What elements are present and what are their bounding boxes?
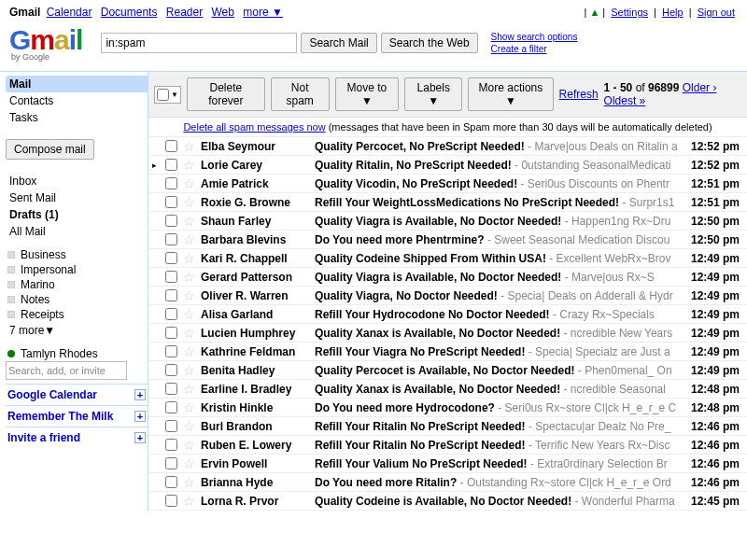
message-row[interactable]: ☆Alisa GarlandRefill Your Hydrocodone No… [148,305,747,324]
move-to-button[interactable]: Move to ▼ [335,77,400,111]
show-search-options-link[interactable]: Show search options [491,32,578,42]
sidebar-label[interactable]: Business [6,247,148,262]
message-checkbox[interactable] [165,233,177,245]
search-input[interactable] [101,33,297,53]
message-row[interactable]: ☆Ervin PowellRefill Your Valium No PreSc… [148,455,747,473]
sidebar-widget[interactable]: Remember The Milk+ [6,405,148,427]
star-icon[interactable]: ☆ [183,139,195,154]
settings-link[interactable]: Settings [611,7,648,18]
nav-documents[interactable]: Documents [101,6,158,19]
message-checkbox[interactable] [165,177,177,189]
message-checkbox[interactable] [165,271,177,283]
message-checkbox[interactable] [165,401,177,413]
star-icon[interactable]: ☆ [183,176,195,191]
message-row[interactable]: ☆Roxie G. BrowneRefill Your WeightLossMe… [148,193,747,212]
message-row[interactable]: ☆Shaun FarleyQuality Viagra is Available… [148,212,747,231]
nav-more[interactable]: more ▼ [243,6,283,19]
message-checkbox[interactable] [165,159,177,171]
chat-contact[interactable]: Tamlyn Rhodes [6,346,148,361]
message-row[interactable]: ☆Earline I. BradleyQuality Xanax is Avai… [148,380,747,399]
sidebar-item-tasks[interactable]: Tasks [6,109,148,126]
sidebar-folder[interactable]: All Mail [6,223,148,240]
star-icon[interactable]: ☆ [183,438,195,453]
sidebar-folder[interactable]: Inbox [6,173,148,189]
oldest-link[interactable]: Oldest » [604,94,646,107]
labels-button[interactable]: Labels ▼ [404,77,462,111]
search-web-button[interactable]: Search the Web [381,33,478,53]
delete-forever-button[interactable]: Delete forever [187,77,265,111]
message-checkbox[interactable] [165,308,177,320]
sidebar-item-mail[interactable]: Mail [6,76,148,92]
star-icon[interactable]: ☆ [183,382,195,397]
message-row[interactable]: ☆Lucien HumphreyQuality Xanax is Availab… [148,324,747,343]
star-icon[interactable]: ☆ [183,270,195,285]
message-checkbox[interactable] [165,476,177,488]
message-checkbox[interactable] [165,439,177,451]
delete-all-spam-link[interactable]: Delete all spam messages now [183,121,325,133]
message-checkbox[interactable] [165,420,177,432]
star-icon[interactable]: ☆ [183,344,195,359]
star-icon[interactable]: ☆ [183,326,195,341]
star-icon[interactable]: ☆ [183,214,195,229]
sidebar-folder[interactable]: Drafts (1) [6,206,148,223]
star-icon[interactable]: ☆ [183,494,195,509]
message-checkbox[interactable] [165,327,177,339]
message-row[interactable]: ▸☆Lorie CareyQuality Ritalin, No PreScri… [148,156,747,175]
signout-link[interactable]: Sign out [698,7,735,18]
message-checkbox[interactable] [165,252,177,264]
sidebar-label[interactable]: Notes [6,292,148,307]
star-icon[interactable]: ☆ [183,232,195,247]
nav-web[interactable]: Web [212,6,234,19]
message-checkbox[interactable] [165,289,177,301]
create-filter-link[interactable]: Create a filter [491,44,547,54]
star-icon[interactable]: ☆ [183,288,195,303]
message-checkbox[interactable] [165,364,177,376]
message-row[interactable]: ☆Burl BrandonRefill Your Ritalin No PreS… [148,417,747,436]
sidebar-folder[interactable]: Sent Mail [6,189,148,206]
nav-reader[interactable]: Reader [166,6,203,19]
star-icon[interactable]: ☆ [183,419,195,434]
sidebar-item-contacts[interactable]: Contacts [6,92,148,109]
nav-calendar[interactable]: Calendar [47,6,92,19]
search-mail-button[interactable]: Search Mail [301,33,376,53]
star-icon[interactable]: ☆ [183,307,195,322]
star-icon[interactable]: ☆ [183,363,195,378]
message-checkbox[interactable] [165,140,177,152]
star-icon[interactable]: ☆ [183,475,195,490]
compose-button[interactable]: Compose mail [6,139,94,160]
sidebar-widget[interactable]: Google Calendar+ [6,384,148,405]
sidebar-label[interactable]: Receipts [6,307,148,322]
refresh-link[interactable]: Refresh [559,88,599,101]
star-icon[interactable]: ☆ [183,400,195,415]
message-row[interactable]: ☆Kari R. ChappellQuality Codeine Shipped… [148,249,747,268]
message-row[interactable]: ☆Gerard PattersonQuality Viagra is Avail… [148,268,747,287]
more-labels[interactable]: 7 more▼ [6,322,148,339]
message-row[interactable]: ☆Benita HadleyQuality Percocet is Availa… [148,361,747,380]
message-row[interactable]: ☆Barbara BlevinsDo You need more Phentrm… [148,231,747,249]
star-icon[interactable]: ☆ [183,456,195,471]
message-row[interactable]: ☆Lorna R. PrvorQuality Codeine is Availa… [148,492,747,511]
star-icon[interactable]: ☆ [183,195,195,210]
message-row[interactable]: ☆Kathrine FeldmanRefill Your Viagra No P… [148,343,747,361]
message-checkbox[interactable] [165,457,177,469]
message-checkbox[interactable] [165,215,177,227]
star-icon[interactable]: ☆ [183,251,195,266]
sidebar-widget[interactable]: Invite a friend+ [6,427,148,448]
sidebar-label[interactable]: Impersonal [6,262,148,277]
message-checkbox[interactable] [165,495,177,507]
message-row[interactable]: ☆Oliver R. WarrenQuality Viagra, No Doct… [148,287,747,305]
sidebar-label[interactable]: Marino [6,277,148,292]
message-row[interactable]: ☆Amie PatrickQuality Vicodin, No PreScri… [148,175,747,193]
star-icon[interactable]: ☆ [183,158,195,173]
not-spam-button[interactable]: Not spam [271,77,330,111]
more-actions-button[interactable]: More actions ▼ [468,77,553,111]
message-checkbox[interactable] [165,383,177,395]
message-row[interactable]: ☆Ruben E. LoweryRefill Your Ritalin No P… [148,436,747,455]
message-row[interactable]: ☆Elba SeymourQuality Percocet, No PreScr… [148,137,747,156]
chat-search-input[interactable] [6,361,127,380]
message-checkbox[interactable] [165,345,177,357]
message-row[interactable]: ☆Kristin HinkleDo You need more Hydrocod… [148,399,747,417]
message-checkbox[interactable] [165,196,177,208]
select-all-checkbox[interactable]: ▼ [154,86,181,104]
message-row[interactable]: ☆Brianna HydeDo You need more Ritalin? -… [148,473,747,492]
